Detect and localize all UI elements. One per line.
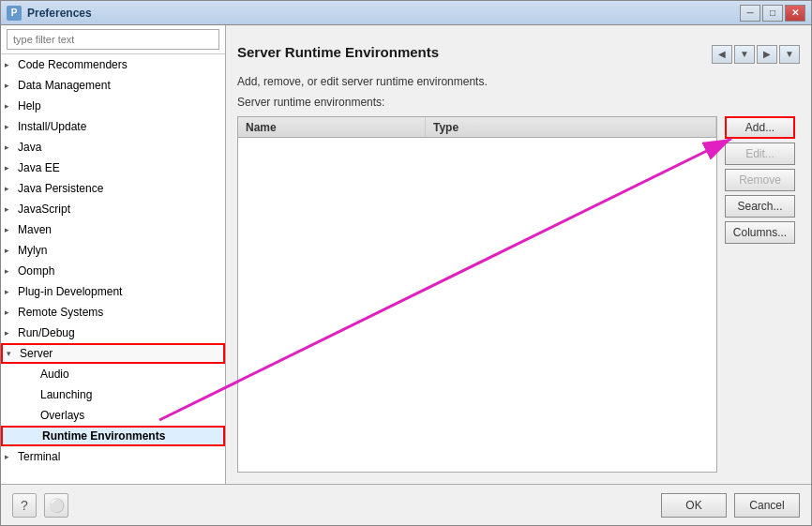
tree-arrow: ▸ bbox=[5, 143, 18, 152]
tree-label: JavaScript bbox=[18, 203, 70, 216]
tree-arrow: ▸ bbox=[5, 101, 18, 111]
tree-label: Help bbox=[18, 99, 41, 113]
tree-view: ▸Code Recommenders▸Data Management▸Help▸… bbox=[1, 54, 225, 484]
tree-arrow: ▸ bbox=[5, 81, 18, 90]
tree-label: Runtime Environments bbox=[42, 429, 165, 443]
tree-arrow: ▸ bbox=[5, 122, 18, 131]
tree-label: Remote Systems bbox=[18, 306, 103, 319]
action-buttons: Add... Edit... Remove Search... Columns.… bbox=[725, 116, 800, 473]
tree-item-help[interactable]: ▸Help bbox=[1, 96, 225, 116]
tree-item-javascript[interactable]: ▸JavaScript bbox=[1, 199, 225, 219]
tree-label: Audio bbox=[40, 368, 69, 381]
panel-header: Server Runtime Environments ◀ ▼ ▶ ▼ bbox=[237, 37, 800, 68]
forward-dropdown-button[interactable]: ▼ bbox=[779, 45, 800, 64]
window-title: Preferences bbox=[27, 7, 740, 20]
title-bar: P Preferences ─ □ ✕ bbox=[1, 1, 811, 25]
help-button[interactable]: ? bbox=[12, 493, 37, 518]
tree-arrow: ▸ bbox=[5, 60, 18, 69]
tree-item-java-ee[interactable]: ▸Java EE bbox=[1, 158, 225, 178]
columns-button[interactable]: Columns... bbox=[725, 221, 795, 244]
tree-arrow: ▸ bbox=[5, 225, 18, 234]
bottom-bar: ? ⚪ OK Cancel bbox=[1, 484, 811, 525]
title-bar-controls: ─ □ ✕ bbox=[740, 5, 805, 22]
main-panel: Server Runtime Environments ◀ ▼ ▶ ▼ Add,… bbox=[226, 25, 811, 484]
tree-label: Install/Update bbox=[18, 120, 86, 133]
tree-label: Oomph bbox=[18, 264, 54, 278]
tree-label: Server bbox=[20, 347, 53, 360]
tree-item-java[interactable]: ▸Java bbox=[1, 137, 225, 158]
section-label: Server runtime environments: bbox=[237, 96, 800, 109]
tree-label: Plug-in Development bbox=[18, 285, 122, 298]
tree-item-run/debug[interactable]: ▸Run/Debug bbox=[1, 323, 225, 343]
table-header: Name Type bbox=[238, 117, 716, 138]
close-button[interactable]: ✕ bbox=[785, 5, 805, 22]
tree-label: Overlays bbox=[40, 409, 84, 422]
tree-label: Java Persistence bbox=[18, 182, 103, 195]
tree-item-terminal[interactable]: ▸Terminal bbox=[1, 446, 225, 467]
tree-item-audio[interactable]: Audio bbox=[1, 364, 225, 384]
content-area: ▸Code Recommenders▸Data Management▸Help▸… bbox=[1, 25, 811, 484]
tree-arrow: ▸ bbox=[5, 184, 18, 193]
page-title: Server Runtime Environments bbox=[237, 44, 439, 64]
tree-item-oomph[interactable]: ▸Oomph bbox=[1, 261, 225, 281]
tree-item-remote-systems[interactable]: ▸Remote Systems bbox=[1, 302, 225, 323]
tree-label: Launching bbox=[40, 388, 92, 401]
tree-label: Maven bbox=[18, 223, 52, 236]
forward-button[interactable]: ▶ bbox=[757, 45, 777, 64]
bottom-left-buttons: ? ⚪ bbox=[12, 493, 68, 518]
ok-button[interactable]: OK bbox=[661, 493, 727, 518]
tree-arrow: ▸ bbox=[5, 246, 18, 255]
tree-arrow: ▸ bbox=[5, 266, 18, 276]
preferences-button[interactable]: ⚪ bbox=[44, 493, 68, 518]
search-input[interactable] bbox=[7, 29, 219, 50]
cancel-button[interactable]: Cancel bbox=[734, 493, 800, 518]
tree-label: Data Management bbox=[18, 79, 111, 92]
tree-arrow: ▸ bbox=[5, 204, 18, 214]
tree-item-maven[interactable]: ▸Maven bbox=[1, 219, 225, 240]
page-description: Add, remove, or edit server runtime envi… bbox=[237, 75, 800, 88]
tree-arrow: ▸ bbox=[5, 308, 18, 317]
bottom-right-buttons: OK Cancel bbox=[661, 493, 800, 518]
environments-table: Name Type bbox=[237, 116, 717, 473]
search-container bbox=[1, 25, 225, 54]
navigation-arrows: ◀ ▼ ▶ ▼ bbox=[712, 45, 800, 64]
name-column-header: Name bbox=[238, 117, 426, 137]
back-button[interactable]: ◀ bbox=[712, 45, 732, 64]
minimize-button[interactable]: ─ bbox=[740, 5, 760, 22]
tree-item-plug-in-development[interactable]: ▸Plug-in Development bbox=[1, 281, 225, 302]
search-button[interactable]: Search... bbox=[725, 195, 795, 218]
tree-item-overlays[interactable]: Overlays bbox=[1, 405, 225, 426]
tree-item-mylyn[interactable]: ▸Mylyn bbox=[1, 240, 225, 261]
window-icon: P bbox=[7, 6, 22, 21]
edit-button[interactable]: Edit... bbox=[725, 143, 795, 165]
tree-item-runtime-environments[interactable]: Runtime Environments bbox=[1, 426, 225, 446]
tree-arrow: ▾ bbox=[7, 349, 20, 358]
tree-item-code-recommenders[interactable]: ▸Code Recommenders bbox=[1, 54, 225, 75]
maximize-button[interactable]: □ bbox=[762, 5, 783, 22]
tree-label: Terminal bbox=[18, 450, 60, 463]
add-button[interactable]: Add... bbox=[725, 116, 795, 139]
type-column-header: Type bbox=[426, 117, 716, 137]
environments-section: Name Type Add... Edit... Remove Search..… bbox=[237, 116, 800, 473]
dropdown-button[interactable]: ▼ bbox=[734, 45, 755, 64]
table-body bbox=[238, 138, 716, 472]
tree-item-java-persistence[interactable]: ▸Java Persistence bbox=[1, 178, 225, 199]
tree-label: Code Recommenders bbox=[18, 58, 128, 71]
tree-item-launching[interactable]: Launching bbox=[1, 384, 225, 405]
tree-item-install/update[interactable]: ▸Install/Update bbox=[1, 116, 225, 137]
tree-label: Java bbox=[18, 141, 41, 154]
tree-arrow: ▸ bbox=[5, 163, 18, 173]
tree-item-server[interactable]: ▾Server bbox=[1, 343, 225, 364]
tree-arrow: ▸ bbox=[5, 452, 18, 461]
tree-label: Java EE bbox=[18, 161, 60, 174]
tree-item-data-management[interactable]: ▸Data Management bbox=[1, 75, 225, 96]
remove-button[interactable]: Remove bbox=[725, 169, 795, 191]
sidebar: ▸Code Recommenders▸Data Management▸Help▸… bbox=[1, 25, 226, 484]
tree-arrow: ▸ bbox=[5, 287, 18, 296]
tree-label: Mylyn bbox=[18, 244, 47, 257]
tree-label: Run/Debug bbox=[18, 326, 75, 339]
tree-arrow: ▸ bbox=[5, 328, 18, 338]
